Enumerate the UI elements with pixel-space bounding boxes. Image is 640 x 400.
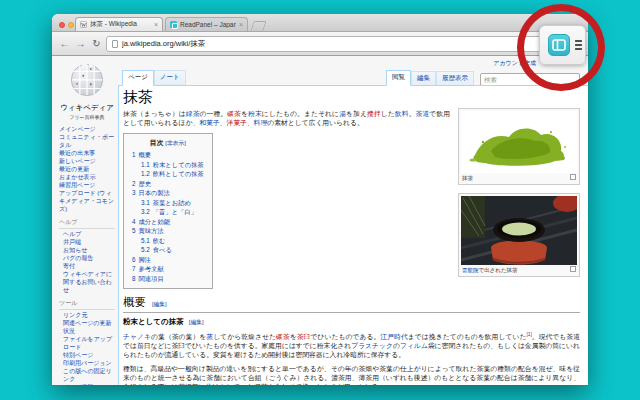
inline-link[interactable]: 蒸し	[206, 333, 220, 340]
text-segment: 種類は、高級品や一般向け製品の違いを別にすると単一であるが、その年の茶畑や茶葉の…	[123, 365, 580, 385]
browser-tab-wikipedia[interactable]: W 抹茶 - Wikipedia ×	[75, 17, 163, 31]
inline-link[interactable]: 江戸時代	[380, 333, 407, 340]
sidebar-nav-link[interactable]: ウィキペディアに関するお問い合わせ	[63, 270, 115, 294]
toc-item[interactable]: 3日本の製法	[132, 188, 204, 198]
inline-link[interactable]: プラスチック	[351, 342, 393, 349]
sidebar-nav-link[interactable]: 新しいページ	[59, 157, 115, 165]
inline-link[interactable]: 茶臼	[297, 333, 311, 340]
text-segment: した	[381, 110, 395, 117]
expand-icon[interactable]	[571, 267, 576, 272]
toc-item[interactable]: 5.1飲む	[132, 236, 204, 246]
inline-link[interactable]: フィルム	[400, 342, 428, 349]
tab-talk[interactable]: ノート	[154, 70, 186, 86]
inline-link[interactable]: 湯	[339, 110, 346, 117]
text-segment: を	[290, 333, 297, 340]
overview-paragraph-1: チャノキの葉（茶の葉）を蒸してから乾燥させた碾茶を茶臼でひいたものである。江戸時…	[123, 330, 580, 359]
tab-history[interactable]: 履歴表示	[436, 71, 474, 86]
inline-link[interactable]: 茶道	[416, 110, 430, 117]
toc-item[interactable]: 3.1茶葉とお詰め	[132, 198, 204, 208]
inline-link[interactable]: 粉末	[248, 110, 262, 117]
wikipedia-page: ウィキペディア フリー百科事典 メインページコミュニティ・ポータル最近の出来事新…	[52, 56, 588, 385]
url-text: ja.wikipedia.org/wiki/抹茶	[122, 39, 205, 49]
figure-matcha-bowl[interactable]: 雲龍院で出された抹茶	[458, 193, 580, 277]
inline-link[interactable]: 洋菓子	[226, 119, 246, 126]
edit-link[interactable]: [編集]	[152, 301, 167, 307]
overview-paragraph-2: 種類は、高級品や一般向け製品の違いを別にすると単一であるが、その年の茶畑や茶葉の…	[123, 364, 580, 385]
toc-item[interactable]: 4成分と効能	[132, 217, 204, 227]
sidebar-nav-link[interactable]: メインページ	[59, 125, 115, 133]
text-segment: 抹茶	[462, 175, 473, 181]
wikipedia-page-header: アカウント作成 ページ ノート 閲覧 編集 履歴表示	[118, 56, 588, 85]
sidebar-nav-link[interactable]: 練習用ページ	[59, 181, 115, 189]
text-segment: の一種。	[200, 110, 228, 117]
tab-read[interactable]: 閲覧	[386, 70, 411, 86]
toc-item[interactable]: 5賞味方法	[132, 226, 204, 236]
text-segment: を加え	[346, 110, 367, 117]
sidebar-nav-link[interactable]: 最近の更新	[59, 165, 115, 173]
sidebar-nav-link[interactable]: 特別ページ	[63, 351, 115, 359]
toc-item[interactable]: 7参考文献	[132, 264, 204, 274]
sidebar-nav-link[interactable]: お知らせ	[63, 246, 115, 254]
inline-link[interactable]: 碾茶	[276, 333, 290, 340]
text-segment: 抹茶（まっちゃ）は	[123, 110, 186, 117]
article-content: 抹茶 抹茶	[118, 85, 588, 385]
forward-icon[interactable]: →	[74, 37, 87, 51]
sidebar-group-header: ツール	[59, 299, 115, 310]
sidebar-nav-link[interactable]: ヘルプ	[63, 230, 115, 238]
sidebar-nav-link[interactable]: 最近の出来事	[59, 149, 115, 157]
browser-window: W 抹茶 - Wikipedia × ReadPanel – Japanese …	[52, 14, 588, 385]
sidebar-nav-link[interactable]: 印刷用バージョン	[63, 359, 115, 367]
tab-edit[interactable]: 編集	[411, 71, 436, 86]
inline-link[interactable]: 緑茶	[186, 110, 200, 117]
toc-item[interactable]: 6脚注	[132, 255, 204, 265]
tab-page[interactable]: ページ	[122, 70, 154, 86]
inline-link[interactable]: 和菓子	[199, 119, 219, 126]
sidebar-nav-link[interactable]: 井戸端	[63, 238, 115, 246]
back-icon[interactable]: ←	[58, 37, 71, 51]
sidebar-nav-link[interactable]: リンク元	[63, 311, 115, 319]
toc-item[interactable]: 2歴史	[132, 179, 204, 189]
inline-link[interactable]: 攪拌	[367, 110, 381, 117]
sidebar-nav-link[interactable]: ページ情報	[63, 383, 115, 385]
sidebar-group-header: ヘルプ	[59, 218, 115, 229]
close-window-button[interactable]	[59, 22, 65, 28]
toc-hide-link[interactable]: [非表示]	[165, 140, 186, 146]
toc-item[interactable]: 1概要	[132, 150, 204, 160]
expand-icon[interactable]	[571, 175, 576, 180]
sidebar-nav-link[interactable]: おまかせ表示	[59, 173, 115, 181]
toc-item[interactable]: 3.2「昔」と「白」	[132, 207, 204, 217]
sidebar-nav-link[interactable]: 関連ページの更新状況	[63, 319, 115, 335]
inline-link[interactable]: チャノキ	[123, 333, 151, 340]
sidebar-nav-link[interactable]: アップロード (ウィキメディア・コモンズ)	[59, 189, 115, 213]
figure-caption: 雲龍院で出された抹茶	[462, 267, 518, 274]
toc-item[interactable]: 8関連項目	[132, 274, 204, 284]
toc-item[interactable]: 1.2飲料としての抹茶	[132, 169, 204, 179]
address-bar[interactable]: ja.wikipedia.org/wiki/抹茶	[106, 36, 582, 52]
tab-close-icon[interactable]: ×	[154, 21, 158, 28]
figure-matcha-powder[interactable]: 抹茶	[458, 108, 580, 185]
sidebar-nav-link[interactable]: 寄付	[63, 262, 115, 270]
sidebar-nav-link[interactable]: バグの報告	[63, 254, 115, 262]
reload-icon[interactable]: ↻	[90, 37, 103, 51]
figure-caption: 抹茶	[462, 175, 473, 182]
minimize-window-button[interactable]	[68, 22, 74, 28]
new-tab-button[interactable]	[250, 21, 266, 31]
toc-item[interactable]: 1.1粉末としての抹茶	[132, 160, 204, 170]
wikipedia-logo[interactable]: ウィキペディア フリー百科事典	[59, 60, 115, 120]
sidebar-group-tools: ツール リンク元関連ページの更新状況ファイルをアップロード特別ページ印刷用バージ…	[59, 299, 115, 385]
wikipedia-sidebar: ウィキペディア フリー百科事典 メインページコミュニティ・ポータル最近の出来事新…	[52, 56, 118, 385]
inline-link[interactable]: 料理	[254, 119, 268, 126]
sidebar-nav-link[interactable]: この版への固定リンク	[63, 367, 115, 383]
sidebar-nav-link[interactable]: コミュニティ・ポータル	[59, 133, 115, 149]
inline-link[interactable]: 飲料	[395, 110, 409, 117]
inline-link[interactable]: 碾茶	[227, 110, 241, 117]
tab-title: ReadPanel – Japanese lear…	[180, 21, 236, 28]
page-namespace-tabs: ページ ノート	[122, 70, 186, 86]
browser-tab-readpanel[interactable]: ReadPanel – Japanese lear… ×	[165, 17, 248, 31]
toc-item[interactable]: 5.2食べる	[132, 245, 204, 255]
annotation-circle	[517, 4, 605, 91]
tab-close-icon[interactable]: ×	[239, 21, 243, 28]
sidebar-nav-link[interactable]: ファイルをアップロード	[63, 335, 115, 351]
edit-link[interactable]: [編集]	[189, 319, 204, 325]
inline-link[interactable]: 雲龍院	[462, 267, 479, 273]
